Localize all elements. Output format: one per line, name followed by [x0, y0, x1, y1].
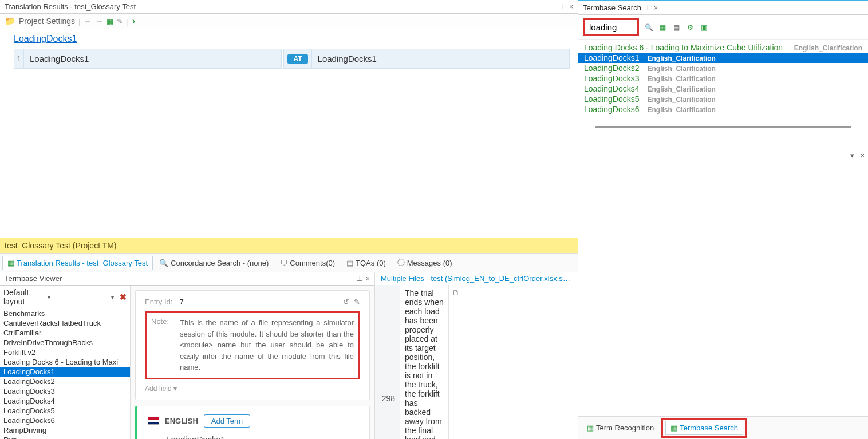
tool-icon-1[interactable]: ▦	[657, 22, 668, 33]
ts-result-top[interactable]: Loading Docks 6 - Loading to Maximize Cu…	[578, 42, 868, 53]
add-term-en-button[interactable]: Add Term	[204, 414, 250, 428]
lang-en-label: ENGLISH	[165, 417, 198, 425]
note-label: Note:	[151, 317, 172, 373]
tab-concordance[interactable]: 🔍 Concordance Search - (none)	[154, 256, 274, 270]
ts-category: English_Clarification	[648, 106, 716, 114]
pin-icon[interactable]: ⊥	[645, 4, 650, 12]
note-text: This is the name of a file representing …	[180, 317, 354, 373]
tab-concordance-label: Concordance Search - (none)	[171, 259, 269, 267]
pin-icon[interactable]: ⊥	[357, 275, 362, 283]
termbase-list-item[interactable]: Forklift v2	[0, 347, 130, 357]
tool-icon-2[interactable]: ▤	[671, 22, 681, 33]
termbase-search-title: Termbase Search	[583, 3, 641, 12]
segment-source: The trial ends when each load has been p…	[400, 285, 449, 439]
termbase-list-item[interactable]: LoadingDocks5	[0, 406, 130, 416]
toolbar: 📁 Project Settings | ← → ▦ ✎ | ›	[0, 14, 578, 29]
search-icon[interactable]: 🔍	[644, 22, 654, 33]
editor-close-button[interactable]: ×	[860, 151, 865, 160]
termbase-list-item[interactable]: LoadingDocks6	[0, 416, 130, 425]
termbase-list-item[interactable]: RampDriving	[0, 425, 130, 435]
pin-icon[interactable]: ⊥	[560, 3, 566, 11]
results-tabs: ▦ Translation Results - test_Glossary Te…	[0, 253, 578, 272]
project-settings-button[interactable]: Project Settings	[19, 17, 75, 26]
termbase-list-item[interactable]: LoadingDocks4	[0, 396, 130, 406]
ts-term: LoadingDocks1	[584, 53, 640, 62]
chevron-down-icon[interactable]: ▾	[108, 294, 117, 300]
segment-target[interactable]	[508, 285, 557, 439]
tab-term-recognition[interactable]: ▦ Term Recognition	[582, 421, 659, 435]
ts-result-item[interactable]: LoadingDocks6English_Clarification	[578, 104, 868, 114]
translation-results-header: Translation Results - test_Glossary Test…	[0, 0, 578, 14]
termbase-search-results: Loading Docks 6 - Loading to Maximize Cu…	[578, 40, 868, 135]
termbase-list-item[interactable]: DriveInDriveThroughRacks	[0, 338, 130, 347]
chevron-down-icon[interactable]: ▾	[44, 294, 54, 300]
delete-icon[interactable]: ✖	[120, 292, 127, 302]
segment-status: 🗋	[449, 285, 508, 439]
termbase-detail: Entry Id: 7 ↺ ✎ Note: This is t	[131, 286, 374, 439]
termbase-list-item[interactable]: LoadingDocks2	[0, 377, 130, 386]
tab-messages[interactable]: ⓘ Messages (0)	[392, 255, 457, 271]
ts-result-item[interactable]: LoadingDocks2English_Clarification	[578, 63, 868, 73]
nav-forward-button[interactable]: →	[95, 17, 103, 26]
termbase-list-item[interactable]: LoadingDocks3	[0, 386, 130, 396]
termbase-list-item[interactable]: Loading Docks 6 - Loading to Maxi	[0, 357, 130, 367]
editor-tab[interactable]: Multiple Files - test (Simlog_EN_to_DE_c…	[378, 273, 574, 284]
ts-result-item[interactable]: LoadingDocks4English_Clarification	[578, 84, 868, 94]
entry-id-value: 7	[179, 298, 183, 306]
tab-tqas-label: TQAs (0)	[356, 259, 386, 267]
history-icon[interactable]: ↺	[343, 298, 349, 306]
tool-icon-3[interactable]: ⚙	[685, 22, 695, 33]
add-field-button[interactable]: Add field ▾	[145, 385, 177, 393]
ts-category: English_Clarification	[648, 54, 716, 62]
termbase-list: Default layout ▾ ▾ ✖ BenchmarksCantileve…	[0, 286, 131, 439]
close-icon[interactable]: ×	[366, 275, 370, 283]
ts-category: English_Clarification	[648, 85, 716, 93]
translation-results-body: LoadingDocks1 1 LoadingDocks1 AT Loading…	[0, 29, 578, 71]
ts-result-item[interactable]: LoadingDocks1English_Clarification	[578, 53, 868, 63]
tab-comments[interactable]: 🗨 Comments(0)	[275, 256, 340, 270]
termbase-list-item[interactable]: Benchmarks	[0, 309, 130, 318]
ts-result-item[interactable]: LoadingDocks3English_Clarification	[578, 73, 868, 84]
flag-en-icon	[148, 417, 159, 425]
segment-source: LoadingDocks1	[24, 49, 282, 69]
settings-icon: 📁	[5, 16, 15, 26]
tm-info-bar: test_Glossary Test (Project TM)	[0, 238, 578, 253]
nav-next-button[interactable]: ›	[132, 16, 135, 26]
tab-translation-results[interactable]: ▦ Translation Results - test_Glossary Te…	[2, 256, 153, 270]
editor-body[interactable]: 298The trial ends when each load has bee…	[375, 285, 578, 439]
termbase-list-item[interactable]: LoadingDocks1	[0, 367, 130, 377]
segment-target[interactable]: LoadingDocks1	[312, 49, 570, 69]
edit-icon[interactable]: ✎	[354, 298, 360, 306]
term-link[interactable]: LoadingDocks1	[14, 34, 77, 43]
tab-messages-label: Messages (0)	[407, 259, 452, 267]
tool-icon-4[interactable]: ▣	[699, 22, 709, 33]
termbase-search-input[interactable]	[585, 20, 637, 34]
segment-status: AT	[283, 49, 311, 69]
termbase-search-header: Termbase Search ⊥ ×	[578, 0, 868, 15]
close-icon[interactable]: ×	[654, 4, 658, 12]
lang-en-term: LoadingDocks1	[166, 434, 359, 440]
tab-termbase-search-label: Termbase Search	[680, 424, 738, 432]
tab-comments-label: Comments(0)	[290, 259, 335, 267]
editor-row[interactable]: 298The trial ends when each load has bee…	[375, 285, 578, 439]
nav-back-button[interactable]: ←	[84, 17, 92, 26]
segment-flag	[557, 285, 578, 439]
note-box: Note: This is the name of a file represe…	[145, 311, 360, 379]
layout-select[interactable]: Default layout	[3, 288, 42, 306]
ts-term: LoadingDocks3	[584, 74, 640, 83]
termbase-list-item[interactable]: CantileverRacksFlatbedTruck	[0, 318, 130, 328]
ts-result-item[interactable]: LoadingDocks5English_Clarification	[578, 94, 868, 104]
editor-tabstrip: Multiple Files - test (Simlog_EN_to_DE_c…	[375, 272, 578, 285]
ts-term: Loading Docks 6 - Loading to Maximize Cu…	[584, 43, 783, 52]
toolbar-icon-2[interactable]: ✎	[117, 17, 123, 26]
close-icon[interactable]: ×	[569, 3, 573, 11]
termbase-list-item[interactable]: CtrlFamiliar	[0, 328, 130, 338]
tab-term-recognition-label: Term Recognition	[596, 424, 654, 432]
tab-termbase-search[interactable]: ▦ Termbase Search	[665, 421, 743, 435]
ts-category: English_Clarification	[648, 96, 716, 104]
editor-menu-button[interactable]: ▾	[848, 151, 857, 160]
lang-card-english: ENGLISH Add Term LoadingDocks1	[135, 406, 370, 440]
termbase-list-item[interactable]: Run	[0, 435, 130, 439]
toolbar-icon-1[interactable]: ▦	[106, 17, 113, 26]
tab-tqas[interactable]: ▤ TQAs (0)	[341, 256, 391, 270]
